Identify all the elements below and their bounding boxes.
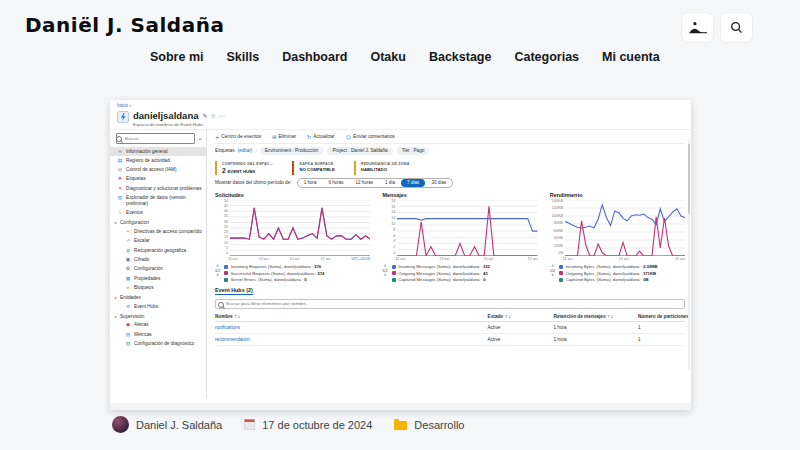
favorite-icon[interactable]: ☆ [211, 112, 216, 119]
sidebar-item-label: Información general [126, 149, 167, 155]
time-option-1-hora[interactable]: 1 hora [298, 179, 323, 187]
legend-page-up-icon[interactable]: ∧ [384, 264, 387, 268]
table-filter-input[interactable] [215, 299, 685, 309]
sidebar-item-configuration[interactable]: ⚙Configuración [110, 265, 206, 274]
legend-swatch [224, 265, 228, 269]
breadcrumb-home-link[interactable]: Inicio [117, 103, 128, 108]
nav-dashboard[interactable]: Dashboard [282, 50, 347, 64]
time-option-12-horas[interactable]: 12 horas [350, 179, 380, 187]
delete-icon: ⊟ [272, 134, 276, 140]
more-icon[interactable]: ⋯ [219, 112, 225, 119]
legend-page-up-icon[interactable]: ∧ [216, 264, 219, 268]
add-button[interactable]: +Centro de eventos [215, 134, 261, 140]
edit-title-icon[interactable]: ✎ [202, 112, 207, 119]
sidebar-item-encryption[interactable]: ▣Cifrado [110, 255, 206, 264]
search-icon[interactable] [721, 13, 752, 42]
collapse-sidebar-icon[interactable]: « [198, 135, 202, 142]
event-hub-link[interactable]: recommendation [215, 334, 488, 346]
post-category[interactable]: Desarrollo [414, 419, 464, 431]
breadcrumb: Inicio› [117, 103, 684, 108]
tag-pill[interactable]: Environment : Producción [260, 147, 324, 155]
events-icon: ϟ [117, 210, 123, 216]
configuration-icon: ⚙ [125, 266, 131, 272]
event-hub-link[interactable]: notifications [215, 322, 488, 334]
legend-item[interactable]: Successful Requests (Suma), danieljsalda… [224, 271, 324, 276]
metric-charts: Solicitudes5045403530252015105011 oct13 … [215, 192, 685, 283]
time-option-30-d-as[interactable]: 30 días [425, 179, 452, 187]
sidebar-item-event-hubs[interactable]: ≋Event Hubs [110, 302, 206, 311]
legend-item[interactable]: Incoming Messages (Suma), danieljsaldana… [392, 264, 490, 269]
sidebar-item-data-explorer[interactable]: ▥Explorador de datos (versión preliminar… [110, 193, 206, 208]
legend-page-down-icon[interactable]: ∨ [384, 273, 387, 277]
sidebar-item-geo-recovery[interactable]: ◍Recuperación geográfica [110, 246, 206, 255]
activity-log-icon: ▤ [117, 158, 123, 164]
sidebar-item-shared-access-policies[interactable]: ✦Directivas de acceso compartido [110, 228, 206, 237]
sidebar-item-activity-log[interactable]: ▤Registro de actividad [110, 156, 206, 165]
legend-item[interactable]: Outgoing Bytes. (Suma), danieljsaldana :… [559, 271, 657, 276]
sidebar-group-settings-group[interactable]: ∨Configuración [110, 218, 206, 227]
legend-page-down-icon[interactable]: ∨ [216, 273, 219, 277]
nav-sobre-mi[interactable]: Sobre mi [150, 50, 204, 64]
nav-skills[interactable]: Skills [227, 50, 260, 64]
feedback-button[interactable]: ☺Enviar comentarios [346, 134, 395, 140]
geo-recovery-icon: ◍ [125, 248, 131, 254]
tags-edit-link[interactable]: (editar) [238, 148, 253, 153]
column-header-nombre[interactable]: Nombre ↑↓ [215, 312, 488, 322]
sidebar-search-input[interactable] [116, 133, 195, 144]
kpi-kafka-surface: KAFKA SURFACENO COMPATIBLE [292, 161, 339, 175]
sidebar-item-scale[interactable]: ⇗Escalar [110, 237, 206, 246]
legend-item[interactable]: Incoming Requests (Suma), danieljsaldana… [224, 264, 324, 269]
sidebar-group-entities-group[interactable]: ∨Entidades [110, 293, 206, 302]
tag-pill[interactable]: Tier : Pago [397, 147, 430, 155]
event-hubs-tab[interactable]: Event Hubs (2) [215, 287, 253, 295]
nav-backstage[interactable]: Backstage [429, 50, 492, 64]
legend-page-up-icon[interactable]: ∧ [551, 264, 554, 268]
legend-item[interactable]: Incoming Bytes. (Suma), danieljsaldana :… [559, 264, 657, 269]
sidebar-item-access-control-iam[interactable]: ◎Control de acceso (IAM) [110, 166, 206, 175]
legend-item[interactable]: Server Errors. (Suma), danieljsaldana : … [224, 277, 324, 282]
sidebar-item-diagnose-solve-problems[interactable]: ✕Diagnosticar y solucionar problemas [110, 184, 206, 193]
kpi-label: REDUNDANCIA DE ZONA [361, 162, 410, 166]
sidebar-item-alerts[interactable]: ◉Alertas [110, 321, 206, 330]
legend-item[interactable]: Captured Bytes. (Suma), danieljsaldana :… [559, 277, 657, 282]
mountain-icon[interactable] [682, 13, 713, 42]
legend-item[interactable]: Outgoing Messages (Suma), danieljsaldana… [392, 271, 490, 276]
feedback-icon: ☺ [346, 134, 351, 140]
sidebar-item-label: Alertas [134, 322, 149, 328]
time-option-6-horas[interactable]: 6 horas [323, 179, 350, 187]
y-axis: 140KB120KB100KB80KB60KB40KB20KB0B [550, 200, 565, 256]
legend-item[interactable]: Captured Messages (Suma), danieljsaldana… [392, 277, 490, 282]
column-header-n-mero-de-particiones[interactable]: Número de particiones ↑↓ [638, 312, 685, 322]
column-header-retenci-n-de-mensajes[interactable]: Retención de mensajes ↑↓ [553, 312, 638, 322]
sidebar-item-locks[interactable]: ◈Bloqueos [110, 283, 206, 292]
event-hubs-icon: ≋ [125, 304, 131, 310]
site-logo[interactable]: Daniël J. Saldaña [25, 13, 224, 37]
add-label: Centro de eventos [221, 134, 261, 139]
legend-text: Successful Requests (Suma), danieljsalda… [231, 271, 325, 276]
sidebar-item-label: Event Hubs [134, 304, 158, 310]
sidebar-item-overview[interactable]: ≡Información general [110, 147, 206, 156]
sidebar-item-tags[interactable]: ❖Etiquetas [110, 175, 206, 184]
scale-icon: ⇗ [125, 238, 131, 244]
nav-categorias[interactable]: Categorias [514, 50, 579, 64]
column-header-estado[interactable]: Estado ↑↓ [488, 312, 554, 322]
event-hubs-namespace-icon [117, 111, 129, 123]
sidebar-item-metrics[interactable]: ▨Métricas [110, 330, 206, 339]
nav-otaku[interactable]: Otaku [370, 50, 405, 64]
sidebar-group-monitoring-group[interactable]: ∨Supervisión [110, 311, 206, 320]
kpi-banner: CONTENIDO DEL ESPAC...2 EVENT HUBSKAFKA … [215, 161, 685, 175]
nav-mi-cuenta[interactable]: Mi cuenta [602, 50, 660, 64]
sidebar-item-diagnostic-settings[interactable]: ▧Configuración de diagnóstico [110, 339, 206, 348]
sidebar-group-label: Entidades [120, 295, 141, 300]
sidebar-item-events[interactable]: ϟEventos [110, 209, 206, 218]
sidebar-item-properties[interactable]: ▦Propiedades [110, 274, 206, 283]
refresh-button[interactable]: ↻Actualizar [307, 134, 335, 140]
time-option-7-d-as[interactable]: 7 días [401, 179, 425, 187]
time-option-1-d-a[interactable]: 1 día [379, 179, 401, 187]
legend-page-down-icon[interactable]: ∨ [551, 273, 554, 277]
tag-pill[interactable]: Project : Daniel J. Saldaña [327, 147, 392, 155]
title-actions: ✎☆⋯ [202, 112, 227, 119]
portal-scrollbar[interactable] [688, 140, 691, 370]
kpi-label: CONTENIDO DEL ESPAC... [222, 162, 273, 166]
delete-button[interactable]: ⊟Eliminar [272, 134, 296, 140]
